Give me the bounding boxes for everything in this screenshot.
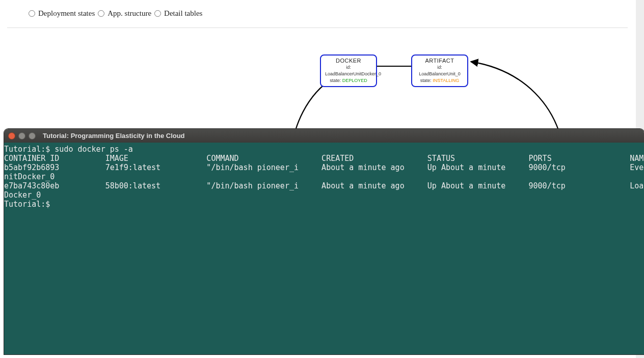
radio-app-structure-input[interactable] [98, 10, 104, 17]
radio-detail-tables[interactable]: Detail tables [154, 9, 202, 18]
node-artifact-id: id: LoadBalancerUnit_0 [416, 64, 463, 77]
terminal-output[interactable]: Tutorial:$ sudo docker ps -a CONTAINER I… [4, 143, 644, 354]
radio-deployment-states-label: Deployment states [38, 9, 95, 18]
radio-app-structure-label: App. structure [108, 9, 151, 18]
radio-app-structure[interactable]: App. structure [98, 9, 151, 18]
node-docker-state: state: DEPLOYED [325, 77, 372, 84]
window-minimize-icon[interactable] [18, 132, 25, 140]
radio-deployment-states[interactable]: Deployment states [29, 9, 95, 18]
node-docker-id: id: LoadBalancerUnitDocker_0 [325, 64, 372, 77]
terminal-title: Tutorial: Programming Elasticity in the … [43, 132, 185, 140]
terminal-window[interactable]: Tutorial: Programming Elasticity in the … [4, 129, 644, 354]
radio-detail-tables-input[interactable] [154, 10, 161, 17]
radio-deployment-states-input[interactable] [29, 10, 35, 17]
node-artifact[interactable]: ARTIFACT id: LoadBalancerUnit_0 state: I… [411, 54, 468, 87]
node-artifact-title: ARTIFACT [416, 58, 463, 64]
browser-page: Deployment states App. structure Detail … [0, 0, 644, 129]
node-docker-title: DOCKER [325, 58, 372, 64]
edge-docker-artifact [375, 66, 415, 67]
window-maximize-icon[interactable] [29, 132, 36, 140]
terminal-titlebar[interactable]: Tutorial: Programming Elasticity in the … [4, 129, 644, 143]
node-docker[interactable]: DOCKER id: LoadBalancerUnitDocker_0 stat… [320, 54, 377, 87]
node-artifact-state: state: INSTALLING [416, 77, 463, 84]
radio-detail-tables-label: Detail tables [164, 9, 202, 18]
window-close-icon[interactable] [8, 132, 15, 140]
view-mode-radios: Deployment states App. structure Detail … [29, 9, 202, 18]
